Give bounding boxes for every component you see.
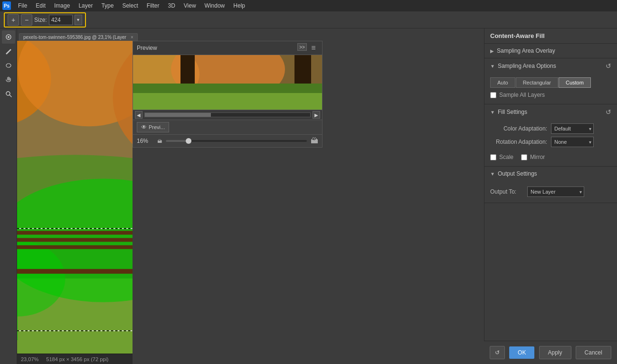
eye-icon: 👁 [141, 124, 147, 131]
size-dropdown-arrow[interactable]: ▾ [75, 15, 82, 25]
zoom-slider-thumb[interactable] [186, 138, 191, 144]
left-panel [0, 28, 17, 364]
preview-menu-button[interactable]: ≡ [309, 43, 318, 53]
sampling-area-options-label: Sampling Area Options [498, 63, 556, 69]
app-icon: Ps [2, 1, 11, 10]
tab-bar: pexels-tom-swinnen-595386.jpg @ 23,1% (L… [17, 28, 133, 41]
svg-rect-36 [133, 93, 322, 110]
toolbar-bar: + − Size: ▾ [0, 11, 617, 28]
tool-lasso[interactable] [2, 59, 15, 72]
fill-reset-icon[interactable]: ↺ [606, 108, 611, 116]
preview-header: Preview >> ≡ [133, 41, 322, 55]
fill-settings-section: ▼ Fill Settings ↺ Color Adaptation: Defa… [484, 104, 617, 167]
preview-panel: Preview >> ≡ ◀ ▶ 👁 Previ [133, 41, 323, 148]
sample-all-layers-checkbox[interactable] [490, 92, 496, 98]
cancel-button[interactable]: Cancel [576, 346, 611, 359]
menu-type[interactable]: Type [97, 1, 117, 10]
fill-settings-header[interactable]: ▼ Fill Settings ↺ [484, 104, 617, 120]
preview-nav-bar: ◀ ▶ [133, 110, 322, 120]
zoom-slider[interactable] [166, 140, 307, 142]
sampling-area-options-section: ▼ Sampling Area Options ↺ Auto Rectangul… [484, 58, 617, 104]
apply-button[interactable]: Apply [539, 346, 571, 359]
tool-pen[interactable] [2, 45, 15, 58]
output-to-select[interactable]: Current Layer New Layer Duplicate Layer [527, 187, 584, 197]
menu-3d[interactable]: 3D [164, 1, 179, 10]
scale-mirror-row: Scale Mirror [490, 150, 611, 160]
canvas-area [17, 41, 133, 364]
rotation-adaptation-select-wrapper: None Low Medium High Full [551, 137, 594, 147]
scale-label: Scale [499, 154, 513, 160]
menu-help[interactable]: Help [229, 1, 249, 10]
menu-image[interactable]: Image [50, 1, 74, 10]
output-settings-section: ▼ Output Settings Output To: Current Lay… [484, 167, 617, 203]
preview-eye-button[interactable]: 👁 Previ... [137, 122, 169, 132]
color-adaptation-select-wrapper: Default None Low High Very High [551, 123, 594, 134]
bottom-buttons: ↺ OK Apply Cancel [484, 341, 617, 364]
zoom-level: 23,07% [21, 356, 38, 362]
preview-expand-button[interactable]: >> [297, 43, 307, 51]
sampling-area-overlay-label: Sampling Area Overlay [497, 47, 555, 54]
tool-zoom[interactable] [2, 87, 15, 101]
output-settings-header[interactable]: ▼ Output Settings [484, 167, 617, 181]
output-settings-content: Output To: Current Layer New Layer Dupli… [484, 181, 617, 203]
sampling-area-overlay-section: ▶ Sampling Area Overlay [484, 44, 617, 58]
sampling-area-options-content: Auto Rectangular Custom Sample All Layer… [484, 74, 617, 104]
mirror-row: Mirror [521, 154, 545, 160]
size-input[interactable] [49, 15, 73, 25]
menu-window[interactable]: Window [201, 1, 229, 10]
brush-size-group: + − Size: ▾ [4, 12, 86, 28]
sampling-area-options-header[interactable]: ▼ Sampling Area Options ↺ [484, 58, 617, 74]
menu-filter[interactable]: Filter [143, 1, 163, 10]
mirror-checkbox[interactable] [521, 154, 527, 160]
svg-point-1 [8, 36, 9, 38]
content-aware-fill-panel: Content-Aware Fill ▶ Sampling Area Overl… [484, 28, 617, 364]
fill-expanded-arrow-icon: ▼ [490, 110, 495, 115]
tool-brush[interactable] [2, 30, 15, 44]
menu-select[interactable]: Select [118, 1, 142, 10]
expanded-arrow-icon: ▼ [490, 64, 495, 69]
tool-hand[interactable] [2, 73, 15, 86]
preview-scrollbar[interactable] [144, 112, 311, 117]
svg-rect-19 [17, 238, 133, 242]
zoom-large-icon: 🏔 [311, 137, 318, 145]
preview-prev-button[interactable]: ◀ [135, 111, 142, 119]
preview-next-button[interactable]: ▶ [313, 111, 320, 119]
sample-all-layers-row: Sample All Layers [490, 92, 611, 98]
sampling-header-left: ▼ Sampling Area Options [490, 63, 556, 69]
color-adaptation-label: Color Adaptation: [490, 125, 547, 132]
menu-file[interactable]: File [14, 1, 31, 10]
zoom-bar: 16% 🏔 🏔 [133, 134, 322, 147]
custom-button[interactable]: Custom [559, 77, 591, 88]
sampling-area-overlay-header[interactable]: ▶ Sampling Area Overlay [484, 44, 617, 58]
scale-checkbox[interactable] [490, 154, 496, 160]
reset-button[interactable]: ↺ [490, 346, 505, 359]
brush-decrease-button[interactable]: − [21, 14, 32, 26]
fill-settings-label: Fill Settings [498, 109, 527, 115]
panel-header: Content-Aware Fill [484, 28, 617, 44]
reset-icon: ↺ [495, 349, 500, 356]
color-adaptation-row: Color Adaptation: Default None Low High … [490, 123, 611, 134]
color-adaptation-select[interactable]: Default None Low High Very High [551, 123, 594, 134]
size-label: Size: [34, 17, 47, 23]
tab-close-button[interactable]: × [131, 35, 133, 40]
menu-layer[interactable]: Layer [75, 1, 96, 10]
menu-edit[interactable]: Edit [32, 1, 49, 10]
rotation-adaptation-select[interactable]: None Low Medium High Full [551, 137, 594, 147]
menu-view[interactable]: View [180, 1, 200, 10]
sampling-reset-icon[interactable]: ↺ [606, 62, 611, 70]
output-to-select-wrapper: Current Layer New Layer Duplicate Layer [527, 187, 584, 197]
file-tab[interactable]: pexels-tom-swinnen-595386.jpg @ 23,1% (L… [19, 33, 138, 41]
rectangular-button[interactable]: Rectangular [516, 77, 558, 88]
zoom-percent-label: 16% [137, 138, 153, 144]
svg-point-2 [6, 64, 11, 67]
rotation-adaptation-label: Rotation Adaptation: [490, 139, 547, 145]
mirror-label: Mirror [530, 154, 545, 160]
preview-svg [133, 55, 322, 110]
collapsed-arrow-icon: ▶ [490, 48, 494, 54]
preview-eye-bar: 👁 Previ... [133, 120, 322, 134]
sample-all-layers-label: Sample All Layers [499, 92, 545, 98]
canvas-image [17, 41, 133, 364]
auto-button[interactable]: Auto [490, 77, 515, 88]
brush-increase-button[interactable]: + [8, 14, 19, 26]
ok-button[interactable]: OK [509, 346, 534, 359]
